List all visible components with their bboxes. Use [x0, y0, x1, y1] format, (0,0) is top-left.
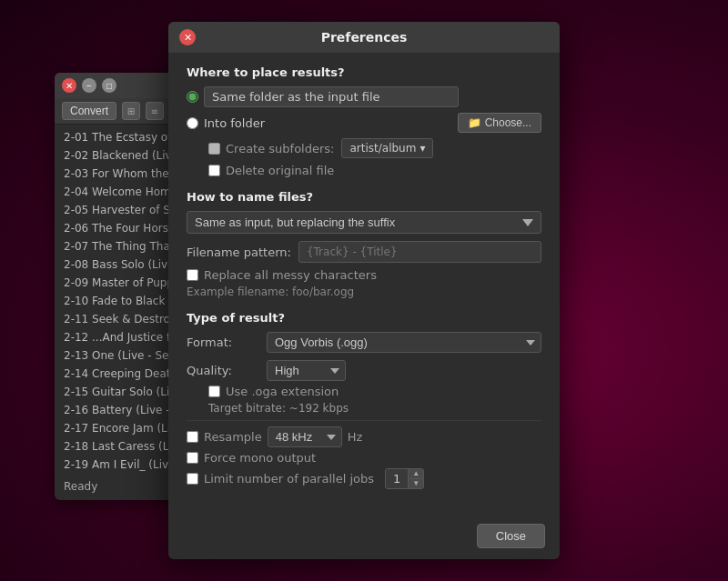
- quality-label: Quality:: [187, 364, 259, 377]
- example-filename: Example filename: foo/bar.ogg: [187, 285, 541, 298]
- oga-extension-option[interactable]: Use .oga extension: [187, 385, 541, 398]
- oga-extension-label: Use .oga extension: [226, 385, 339, 398]
- type-section-label: Type of result?: [187, 311, 541, 325]
- delete-original-label: Delete original file: [226, 164, 334, 177]
- force-mono-option[interactable]: Force mono output: [187, 451, 541, 465]
- pattern-placeholder: {Track} - {Title}: [298, 241, 541, 263]
- quality-row: Quality: Low Medium High Very High Custo…: [187, 360, 541, 381]
- format-select[interactable]: Ogg Vorbis (.ogg) MP3 FLAC WAV Opus: [267, 332, 541, 353]
- create-subfolders-row: Create subfolders: artist/album ▾: [187, 138, 541, 158]
- jobs-stepper: 1 ▲ ▼: [385, 468, 424, 489]
- into-folder-radio[interactable]: [187, 117, 198, 129]
- folder-dropdown-value: artist/album: [349, 142, 416, 155]
- stepper-down-btn[interactable]: ▼: [409, 479, 423, 488]
- choose-folder-button[interactable]: 📁 Choose...: [458, 113, 541, 133]
- type-section: Type of result? Format: Ogg Vorbis (.ogg…: [187, 311, 541, 489]
- filename-pattern-row: Filename pattern: {Track} - {Title}: [187, 241, 541, 263]
- dialog-overlay: ✕ Preferences Where to place results? Sa…: [0, 0, 728, 581]
- stepper-buttons: ▲ ▼: [408, 469, 423, 488]
- target-bitrate: Target bitrate: ~192 kbps: [187, 402, 541, 415]
- create-subfolders-option[interactable]: Create subfolders:: [208, 142, 334, 155]
- folder-dropdown[interactable]: artist/album ▾: [341, 138, 433, 158]
- replace-messy-checkbox[interactable]: [187, 269, 198, 281]
- stepper-up-btn[interactable]: ▲: [409, 469, 423, 479]
- oga-extension-checkbox[interactable]: [208, 386, 220, 397]
- create-subfolders-checkbox[interactable]: [208, 143, 220, 155]
- jobs-value: 1: [386, 469, 408, 488]
- dialog-content: Where to place results? Same folder as t…: [168, 53, 560, 516]
- delete-original-checkbox[interactable]: [208, 165, 220, 176]
- limit-jobs-option[interactable]: Limit number of parallel jobs 1 ▲ ▼: [187, 468, 541, 489]
- resample-option[interactable]: Resample 44.1 kHz 48 kHz 96 kHz Hz: [187, 426, 541, 447]
- resample-select[interactable]: 44.1 kHz 48 kHz 96 kHz: [268, 426, 342, 447]
- naming-select[interactable]: Same as input, but replacing the suffix …: [187, 211, 541, 234]
- resample-checkbox[interactable]: [187, 431, 198, 443]
- same-folder-option[interactable]: Same folder as the input file: [187, 86, 541, 107]
- replace-messy-label: Replace all messy characters: [204, 268, 377, 282]
- into-folder-label: Into folder: [204, 116, 265, 130]
- format-row: Format: Ogg Vorbis (.ogg) MP3 FLAC WAV O…: [187, 332, 541, 353]
- limit-jobs-label: Limit number of parallel jobs: [204, 472, 374, 486]
- folder-dropdown-arrow: ▾: [420, 142, 425, 155]
- placement-section-label: Where to place results?: [187, 65, 541, 79]
- dialog-close-icon-btn[interactable]: ✕: [179, 29, 196, 45]
- into-folder-option[interactable]: Into folder: [187, 116, 450, 130]
- delete-original-option[interactable]: Delete original file: [187, 164, 541, 177]
- hz-label: Hz: [348, 430, 363, 444]
- create-subfolders-label: Create subfolders:: [226, 142, 334, 155]
- close-button[interactable]: Close: [477, 524, 545, 548]
- dialog-title: Preferences: [196, 30, 532, 45]
- limit-jobs-checkbox[interactable]: [187, 473, 198, 485]
- dialog-footer: Close: [168, 516, 560, 559]
- force-mono-label: Force mono output: [204, 451, 316, 465]
- quality-select[interactable]: Low Medium High Very High Custom: [267, 360, 346, 381]
- format-label: Format:: [187, 336, 259, 349]
- dialog-titlebar: ✕ Preferences: [168, 22, 560, 53]
- force-mono-checkbox[interactable]: [187, 452, 198, 464]
- naming-section: How to name files? Same as input, but re…: [187, 190, 541, 298]
- same-folder-radio[interactable]: [187, 91, 198, 103]
- same-folder-label: Same folder as the input file: [204, 86, 459, 107]
- replace-messy-option[interactable]: Replace all messy characters: [187, 268, 541, 282]
- pattern-label: Filename pattern:: [187, 245, 291, 259]
- into-folder-row: Into folder 📁 Choose...: [187, 113, 541, 133]
- preferences-dialog: ✕ Preferences Where to place results? Sa…: [168, 22, 560, 559]
- naming-section-label: How to name files?: [187, 190, 541, 204]
- resample-label: Resample: [204, 430, 262, 444]
- placement-section: Where to place results? Same folder as t…: [187, 65, 541, 177]
